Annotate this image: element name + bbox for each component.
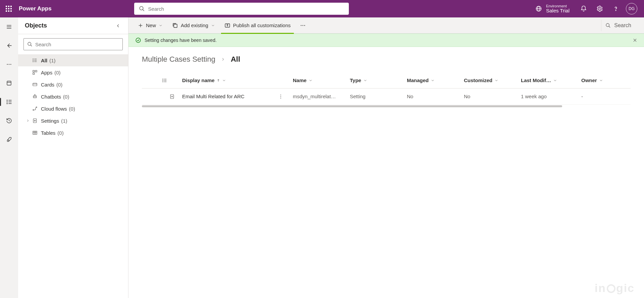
- more-horizontal-icon: [6, 61, 12, 67]
- tree-item-cloud-flows[interactable]: Cloud flows (0): [18, 103, 128, 115]
- chevron-left-icon: [115, 23, 121, 28]
- notifications-button[interactable]: [576, 0, 592, 17]
- svg-rect-30: [33, 70, 35, 72]
- svg-point-38: [34, 97, 34, 97]
- expand-toggle[interactable]: [25, 119, 31, 123]
- column-header-managed[interactable]: Managed: [407, 77, 464, 83]
- chevron-down-icon: [363, 78, 367, 82]
- rail-overview[interactable]: [0, 77, 18, 89]
- waffle-icon: [6, 6, 12, 12]
- rail-back[interactable]: [0, 40, 18, 52]
- add-existing-button[interactable]: Add existing: [169, 19, 218, 32]
- tree-item-count: (0): [63, 94, 69, 100]
- publish-all-button[interactable]: Publish all customizations: [221, 19, 294, 32]
- svg-point-17: [7, 102, 7, 102]
- column-label: Last Modif…: [521, 77, 551, 83]
- row-customized: No: [464, 94, 521, 99]
- settings-button[interactable]: [592, 0, 608, 17]
- overflow-button[interactable]: [297, 19, 309, 32]
- svg-point-6: [615, 10, 616, 10]
- help-button[interactable]: [608, 0, 624, 17]
- svg-point-72: [280, 98, 281, 98]
- more-horizontal-icon: [300, 22, 306, 28]
- svg-point-71: [280, 96, 281, 97]
- settings-doc-icon: [31, 118, 39, 123]
- svg-rect-44: [33, 131, 37, 134]
- tree-item-settings[interactable]: Settings (1): [18, 115, 128, 127]
- row-managed: No: [407, 94, 464, 99]
- tree-item-label: Chatbots: [41, 94, 61, 100]
- svg-rect-31: [35, 70, 37, 72]
- chevron-right-icon: [26, 119, 30, 123]
- svg-point-58: [136, 38, 141, 43]
- svg-point-43: [35, 120, 36, 121]
- tree-item-all[interactable]: All (1): [18, 54, 128, 66]
- app-launcher-button[interactable]: [0, 0, 17, 17]
- column-header-type-icon[interactable]: [162, 78, 182, 83]
- chevron-down-icon: [159, 23, 163, 27]
- chevron-down-icon: [553, 78, 557, 82]
- svg-rect-42: [33, 119, 36, 123]
- objects-search[interactable]: [23, 38, 123, 50]
- row-type: Setting: [350, 94, 407, 99]
- bot-icon: [31, 94, 39, 99]
- rail-objects[interactable]: [0, 96, 18, 108]
- rail-hamburger[interactable]: [0, 21, 18, 33]
- column-header-name[interactable]: Name: [293, 77, 350, 83]
- check-circle-icon: [135, 37, 141, 43]
- tree-item-label: Cloud flows: [41, 106, 67, 112]
- column-header-display-name[interactable]: Display name: [182, 77, 293, 83]
- top-header: Power Apps Environment Sales Trial DG: [0, 0, 644, 17]
- environment-picker[interactable]: Environment Sales Trial: [529, 0, 576, 17]
- column-label: Owner: [581, 77, 597, 83]
- rocket-icon: [6, 136, 12, 142]
- svg-rect-14: [7, 81, 11, 85]
- table-row[interactable]: Email Multi Related for ARC msdyn_multir…: [142, 88, 631, 105]
- tree-item-label: Tables: [41, 130, 55, 136]
- user-avatar[interactable]: DG: [626, 3, 637, 14]
- rail-more[interactable]: [0, 58, 18, 70]
- svg-point-12: [9, 64, 9, 65]
- tree-item-label: Apps: [41, 70, 52, 75]
- row-context-menu-button[interactable]: [278, 94, 293, 99]
- chevron-down-icon: [309, 78, 313, 82]
- svg-rect-33: [33, 83, 37, 86]
- breadcrumb-parent[interactable]: Multiple Cases Setting: [142, 55, 215, 64]
- publish-icon: [224, 22, 230, 28]
- svg-point-56: [606, 23, 609, 26]
- chevron-down-icon: [211, 23, 215, 27]
- svg-rect-68: [170, 95, 173, 99]
- global-search-input[interactable]: [148, 6, 344, 12]
- tree-item-count: (0): [56, 82, 62, 87]
- banner-close-button[interactable]: [633, 38, 637, 43]
- tree-item-cards[interactable]: Cards (0): [18, 78, 128, 91]
- column-header-customized[interactable]: Customized: [464, 77, 521, 83]
- content-area: Multiple Cases Setting All Display name: [128, 47, 644, 298]
- breadcrumb: Multiple Cases Setting All: [142, 55, 631, 64]
- rail-pipelines[interactable]: [0, 133, 18, 145]
- objects-list-icon: [6, 99, 12, 105]
- rail-history[interactable]: [0, 115, 18, 127]
- tree-item-count: (0): [57, 130, 63, 136]
- column-label: Managed: [407, 77, 429, 83]
- svg-point-54: [303, 25, 303, 25]
- content-search-placeholder: Search: [614, 22, 631, 28]
- tree-item-apps[interactable]: Apps (0): [18, 66, 128, 78]
- row-display-name[interactable]: Email Multi Related for ARC: [182, 94, 245, 99]
- row-owner: -: [581, 94, 622, 99]
- new-button[interactable]: New: [135, 19, 166, 32]
- horizontal-scrollbar[interactable]: [142, 105, 562, 107]
- column-header-type[interactable]: Type: [350, 77, 407, 83]
- content-search[interactable]: Search: [601, 20, 638, 31]
- column-header-last-modified[interactable]: Last Modif…: [521, 77, 581, 83]
- global-search[interactable]: [134, 3, 349, 15]
- objects-search-input[interactable]: [35, 42, 119, 47]
- tree-item-chatbots[interactable]: Chatbots (0): [18, 91, 128, 103]
- collapse-panel-button[interactable]: [113, 20, 123, 31]
- column-header-owner[interactable]: Owner: [581, 77, 622, 83]
- new-button-label: New: [146, 22, 156, 28]
- tree-item-tables[interactable]: Tables (0): [18, 127, 128, 139]
- publish-all-label: Publish all customizations: [233, 22, 291, 28]
- svg-point-26: [33, 61, 33, 62]
- sort-asc-icon: [217, 79, 220, 82]
